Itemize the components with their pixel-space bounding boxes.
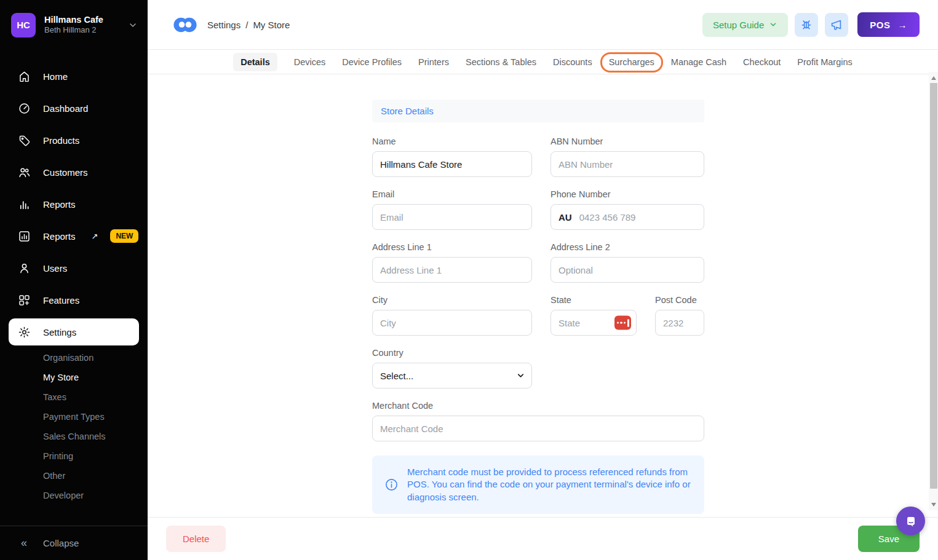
sidebar-item-dashboard[interactable]: Dashboard [0, 92, 148, 124]
password-manager-autofill-icon[interactable] [614, 316, 631, 330]
sidebar-item-reports-new[interactable]: Reports ↗ NEW [0, 220, 148, 252]
address1-input[interactable] [372, 257, 532, 283]
sidebar-item-users[interactable]: Users [0, 252, 148, 284]
tab-checkout[interactable]: Checkout [743, 57, 781, 67]
subnav-item-printing[interactable]: Printing [43, 446, 148, 466]
tab-manage-cash[interactable]: Manage Cash [671, 57, 726, 67]
customers-icon [17, 165, 31, 179]
address2-label: Address Line 2 [550, 242, 704, 252]
main-content: Store Details Name ABN Number Email Phon… [148, 74, 929, 517]
abn-input[interactable] [550, 151, 704, 177]
avatar: HC [11, 13, 36, 37]
merchant-code-field-group: Merchant Code [372, 401, 704, 441]
workspace-switcher[interactable]: HC Hillmans Cafe Beth Hillman 2 [0, 0, 148, 50]
subnav-item-taxes[interactable]: Taxes [43, 387, 148, 407]
workspace-title: Hillmans Cafe [44, 14, 103, 25]
megaphone-icon [830, 18, 843, 31]
vertical-scrollbar[interactable] [929, 72, 938, 510]
subnav-item-my-store[interactable]: My Store [43, 368, 148, 387]
chat-widget-button[interactable] [896, 507, 925, 535]
postcode-input[interactable] [655, 310, 704, 336]
info-text: Merchant code must be provided to proces… [407, 466, 692, 503]
sidebar-item-label: Reports [43, 199, 76, 210]
delete-button[interactable]: Delete [166, 526, 226, 552]
pos-button[interactable]: POS → [857, 12, 920, 37]
setup-guide-label: Setup Guide [713, 20, 764, 30]
sidebar-item-label: Customers [43, 167, 88, 178]
breadcrumb-separator: / [245, 20, 248, 30]
email-field-group: Email [372, 189, 532, 230]
tab-surcharges[interactable]: Surcharges [609, 57, 654, 67]
sidebar-nav: Home Dashboard Products Customers Report… [0, 50, 148, 526]
chevron-down-icon [769, 20, 777, 29]
subnav-item-sales-channels[interactable]: Sales Channels [43, 427, 148, 446]
subnav-item-organisation[interactable]: Organisation [43, 348, 148, 368]
city-input[interactable] [372, 310, 532, 336]
subnav-item-other[interactable]: Other [43, 466, 148, 486]
email-field[interactable] [372, 204, 532, 230]
top-bar: Settings / My Store Setup Guide POS → [148, 0, 938, 50]
merchant-code-info-box: Merchant code must be provided to proces… [372, 455, 704, 514]
section-title: Store Details [372, 100, 704, 122]
bar-chart-box-icon [17, 229, 31, 243]
phone-label: Phone Number [550, 189, 704, 199]
country-label: Country [372, 348, 704, 358]
phone-field-group: Phone Number AU [550, 189, 704, 230]
footer-action-bar: Delete Save [148, 517, 938, 560]
subnav-item-payment-types[interactable]: Payment Types [43, 407, 148, 427]
tab-discounts[interactable]: Discounts [553, 57, 592, 67]
address2-input[interactable] [550, 257, 704, 283]
abn-label: ABN Number [550, 136, 704, 146]
sidebar-item-reports[interactable]: Reports [0, 188, 148, 220]
sidebar-item-label: Home [43, 71, 68, 82]
sidebar-item-settings[interactable]: Settings [9, 318, 139, 345]
name-input[interactable] [372, 151, 532, 177]
dashboard-icon [17, 101, 31, 115]
postcode-label: Post Code [655, 295, 704, 305]
sidebar-item-customers[interactable]: Customers [0, 156, 148, 188]
tab-profit-margins[interactable]: Profit Margins [797, 57, 852, 67]
app-logo-icon [173, 16, 197, 34]
settings-subnav: Organisation My Store Taxes Payment Type… [0, 348, 148, 505]
tab-devices[interactable]: Devices [294, 57, 326, 67]
sidebar-item-label: Features [43, 295, 79, 306]
user-icon [17, 261, 31, 275]
scrollbar-up-arrow[interactable] [929, 73, 938, 82]
announcements-button[interactable] [825, 13, 848, 37]
address2-field-group: Address Line 2 [550, 242, 704, 283]
setup-guide-button[interactable]: Setup Guide [702, 13, 788, 37]
phone-field[interactable]: AU [550, 204, 704, 230]
breadcrumb-page: My Store [253, 20, 290, 30]
gear-icon [17, 325, 31, 339]
collapse-chevrons-icon: « [17, 537, 31, 550]
state-field-group: State [550, 295, 637, 336]
breadcrumb-section[interactable]: Settings [207, 20, 240, 30]
scrollbar-thumb[interactable] [930, 83, 937, 489]
scrollbar-down-arrow[interactable] [929, 500, 938, 509]
sidebar-item-features[interactable]: Features [0, 284, 148, 316]
sidebar-item-products[interactable]: Products [0, 124, 148, 156]
tab-details[interactable]: Details [233, 53, 277, 71]
country-select[interactable]: Select... [372, 363, 532, 388]
phone-country-prefix[interactable]: AU [558, 212, 572, 223]
phone-input[interactable] [578, 211, 696, 223]
sidebar-item-home[interactable]: Home [0, 60, 148, 92]
arrow-right-icon: → [898, 20, 908, 30]
sidebar-item-label: Settings [43, 327, 76, 337]
merchant-code-input[interactable] [372, 416, 704, 441]
subnav-item-developer[interactable]: Developer [43, 486, 148, 505]
debug-button[interactable] [795, 13, 818, 37]
sidebar: HC Hillmans Cafe Beth Hillman 2 Home Das… [0, 0, 148, 560]
collapse-sidebar-button[interactable]: « Collapse [0, 526, 148, 560]
address1-field-group: Address Line 1 [372, 242, 532, 283]
tab-surcharges-label: Surcharges [609, 57, 654, 67]
features-grid-icon [17, 293, 31, 307]
info-icon [384, 478, 399, 492]
email-label: Email [372, 189, 532, 199]
tab-sections-tables[interactable]: Sections & Tables [466, 57, 536, 67]
home-icon [17, 69, 31, 83]
tab-device-profiles[interactable]: Device Profiles [342, 57, 402, 67]
tab-printers[interactable]: Printers [418, 57, 449, 67]
sidebar-item-label: Users [43, 263, 67, 274]
chevron-down-icon [128, 20, 138, 30]
